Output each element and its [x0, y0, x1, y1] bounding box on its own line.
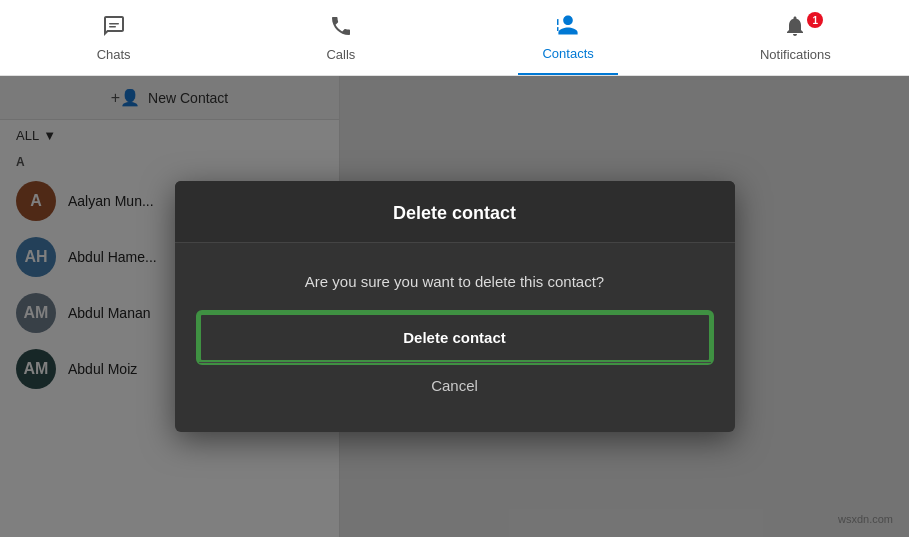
- svg-rect-1: [109, 26, 116, 28]
- svg-rect-0: [109, 23, 119, 25]
- svg-rect-2: [557, 19, 559, 25]
- top-navigation: Chats Calls Contacts 1 Notifications: [0, 0, 909, 76]
- dialog-title: Delete contact: [393, 203, 516, 223]
- nav-item-chats[interactable]: Chats: [64, 0, 164, 75]
- chat-icon: [102, 14, 126, 42]
- notifications-icon: [783, 14, 807, 42]
- nav-chats-label: Chats: [97, 47, 131, 62]
- nav-item-contacts[interactable]: Contacts: [518, 0, 618, 75]
- svg-rect-3: [557, 27, 559, 31]
- nav-item-calls[interactable]: Calls: [291, 0, 391, 75]
- dialog-body: Are you sure you want to delete this con…: [175, 243, 735, 314]
- dialog-header: Delete contact: [175, 181, 735, 243]
- notification-badge: 1: [807, 12, 823, 28]
- delete-contact-button[interactable]: Delete contact: [199, 313, 711, 362]
- dialog-actions: Delete contact Cancel: [175, 313, 735, 432]
- nav-item-notifications[interactable]: 1 Notifications: [745, 0, 845, 75]
- nav-notifications-label: Notifications: [760, 47, 831, 62]
- nav-contacts-label: Contacts: [542, 46, 593, 61]
- modal-overlay: Delete contact Are you sure you want to …: [0, 76, 909, 537]
- contacts-icon: [556, 13, 580, 41]
- delete-contact-dialog: Delete contact Are you sure you want to …: [175, 181, 735, 433]
- dialog-message: Are you sure you want to delete this con…: [305, 273, 604, 290]
- cancel-button[interactable]: Cancel: [199, 363, 711, 408]
- nav-calls-label: Calls: [326, 47, 355, 62]
- content-area: +👤 New Contact ALL ▼ A A Aalyan Mun... A…: [0, 76, 909, 537]
- calls-icon: [329, 14, 353, 42]
